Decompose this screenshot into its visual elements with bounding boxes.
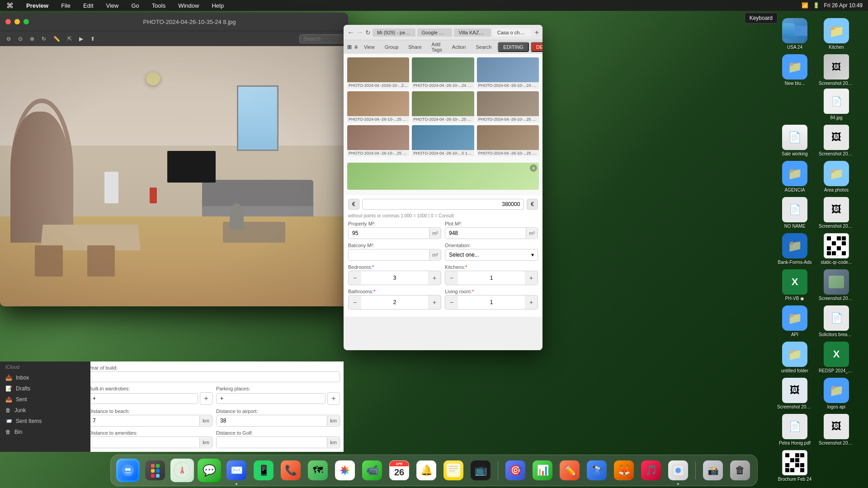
dock-keynote[interactable]: 🎯 — [504, 459, 527, 482]
delete-button[interactable]: DELETE — [531, 42, 542, 52]
year-build-input[interactable] — [89, 371, 340, 382]
desktop-item-screenshot6[interactable]: 🖼 Screenshot 2024-04-1... copy — [818, 414, 854, 446]
property-m2-input[interactable] — [349, 228, 429, 239]
dock-calendar[interactable]: APR 26 — [387, 459, 411, 482]
share-button[interactable]: ⬆ — [88, 34, 98, 43]
dock-music[interactable]: 🎵 — [639, 459, 663, 482]
grid-view-btn[interactable]: ⊞ — [347, 44, 352, 50]
zoom-fit-button[interactable]: ⊙ — [15, 34, 25, 43]
desktop-item-petra[interactable]: 📄 Petra Honig.pdf — [777, 414, 813, 446]
golf-input[interactable] — [217, 437, 327, 448]
desktop-item-noname[interactable]: 📄 NO NAME — [777, 197, 813, 229]
dock-messages[interactable]: 💬 — [198, 459, 221, 482]
close-button[interactable] — [5, 19, 11, 24]
action-btn[interactable]: Action — [448, 43, 470, 51]
dock-pages[interactable]: ✏️ — [558, 459, 581, 482]
desktop-item-saleworking[interactable]: 📄 Sale working — [777, 125, 813, 156]
wardrobes-plus[interactable]: + — [200, 392, 212, 405]
amenities-input[interactable] — [89, 437, 199, 448]
edit-menu[interactable]: Edit — [80, 1, 96, 10]
dock-photos[interactable] — [333, 459, 357, 482]
list-view-btn[interactable]: ≡ — [354, 44, 358, 50]
map-close-button[interactable]: ✕ — [530, 164, 537, 172]
view-btn[interactable]: View — [360, 43, 378, 51]
desktop-item-phvb[interactable]: X PH-VB ◉ — [777, 269, 813, 301]
orientation-select[interactable]: Select one... ▾ — [445, 249, 538, 261]
wardrobes-input[interactable] — [89, 393, 198, 404]
kitchens-minus[interactable]: − — [445, 271, 458, 285]
kitchens-plus[interactable]: + — [525, 271, 538, 285]
bathrooms-minus[interactable]: − — [349, 296, 361, 309]
desktop-item-solicitors[interactable]: 📄 Solicitors breakdown — [818, 305, 854, 337]
minimize-button[interactable] — [14, 19, 20, 24]
dock-launchpad[interactable] — [143, 459, 167, 482]
plot-m2-input[interactable] — [445, 228, 526, 239]
desktop-item-newblu[interactable]: 📁 New blu... — [777, 54, 813, 120]
group-btn[interactable]: Group — [381, 43, 402, 51]
dock-reminders[interactable]: 🔔 — [415, 459, 438, 482]
desktop-item-screenshot1[interactable]: 🖼 Screenshot 2023-09-... — [818, 54, 854, 86]
map-area[interactable]: ✕ — [347, 163, 539, 190]
list-item[interactable]: PHOTO-2024-04 -26-10-...25 11.jpg — [477, 125, 539, 156]
dock-whatsapp-1[interactable]: 📱 — [252, 459, 275, 482]
airport-input[interactable] — [217, 415, 327, 426]
editing-button[interactable]: EDITING — [498, 42, 529, 52]
parking-plus[interactable]: + — [327, 392, 340, 405]
mail-bin[interactable]: 🗑 Bin — [0, 427, 90, 437]
resize-button[interactable]: ⇱ — [65, 34, 75, 43]
list-item[interactable]: PHOTO-2024-04 -26-10-...5 10.jpg — [412, 125, 474, 156]
mail-inbox[interactable]: 📥 Inbox — [0, 372, 90, 383]
help-menu[interactable]: Help — [209, 1, 226, 10]
tools-menu[interactable]: Tools — [149, 1, 168, 10]
dock-screenshot[interactable]: 📸 — [701, 459, 725, 482]
mail-sent-items[interactable]: 📨 Sent Items — [0, 416, 90, 427]
desktop-item-qrcode[interactable]: static-qr-code... — [818, 233, 854, 265]
desktop-item-agencia[interactable]: 📁 AGENCIA — [777, 161, 813, 192]
desktop-item-bankforms[interactable]: 📁 Bank-Forms-Ads — [777, 233, 813, 265]
desktop-item-84jpg[interactable]: 📄 84.jpg — [818, 89, 854, 120]
mail-drafts[interactable]: 📝 Drafts — [0, 383, 90, 394]
parking-input[interactable] — [216, 393, 326, 404]
new-tab-btn[interactable]: + — [535, 28, 539, 37]
window-menu[interactable]: Window — [175, 1, 202, 10]
dock-preview[interactable] — [666, 459, 690, 482]
go-menu[interactable]: Go — [128, 1, 142, 10]
dock-maps[interactable]: 🗺 — [306, 459, 330, 482]
forward-btn[interactable]: → — [356, 28, 363, 37]
tab-maps[interactable]: Google Maps — [417, 28, 453, 37]
dock-trash[interactable]: 🗑 — [728, 459, 752, 482]
desktop-item-screenshot2[interactable]: 🖼 Screenshot 2024-09-1... — [818, 125, 854, 156]
balcony-input[interactable] — [349, 249, 429, 260]
add-tags-btn[interactable]: Add Tags — [428, 41, 446, 53]
desktop-item-kitchen[interactable]: 📁 Kitchen — [818, 18, 854, 50]
dock-numbers[interactable]: 📊 — [531, 459, 554, 482]
share-btn[interactable]: Share — [405, 43, 425, 51]
living-plus[interactable]: + — [525, 296, 538, 309]
desktop-item-logosapi[interactable]: 📁 logos api — [818, 378, 854, 409]
bedrooms-plus[interactable]: + — [428, 271, 441, 285]
dock-firefox[interactable]: 🦊 — [612, 459, 636, 482]
slideshow-button[interactable]: ▶ — [76, 34, 86, 43]
app-name-menu[interactable]: Preview — [24, 1, 51, 10]
search-input[interactable] — [299, 34, 344, 43]
list-item[interactable]: PHOTO-2024-04 -26-10-...25 4.jpg — [412, 91, 474, 122]
desktop-item-redsp[interactable]: X REDSP 2024_03_23.xlsx — [818, 342, 854, 373]
fullscreen-button[interactable] — [24, 19, 29, 24]
list-item[interactable]: PHOTO-2024-04 -26-10-...25 3.jpg — [347, 91, 409, 122]
desktop-item-screenshot3[interactable]: 🖼 Screenshot 2024-01-10... — [818, 197, 854, 229]
view-menu[interactable]: View — [104, 1, 122, 10]
tab-villa[interactable]: Villa KAZEN... — [454, 28, 491, 37]
list-item[interactable]: PHOTO-2024-04 -26-10-...24 7.jpg — [477, 57, 539, 89]
dock-mail[interactable]: ✉️ — [225, 459, 248, 482]
dock-appletv[interactable]: 📺 — [469, 459, 492, 482]
desktop-item-usa24[interactable]: USA 24 — [777, 18, 813, 50]
price-input[interactable] — [362, 199, 524, 210]
desktop-item-screenshot5[interactable]: 🖼 Screenshot 2022-09-19... — [777, 378, 813, 409]
dock-notes[interactable] — [442, 459, 465, 482]
list-item[interactable]: PHOTO-2024-04 -26-10-...25 5.jpg — [477, 91, 539, 122]
desktop-item-areaphotos[interactable]: 📁 Area photos — [818, 161, 854, 192]
dock-xcode[interactable]: 🔭 — [585, 459, 609, 482]
dock-safari[interactable] — [170, 459, 194, 482]
bedrooms-minus[interactable]: − — [349, 271, 361, 285]
dock-finder[interactable] — [116, 459, 140, 482]
